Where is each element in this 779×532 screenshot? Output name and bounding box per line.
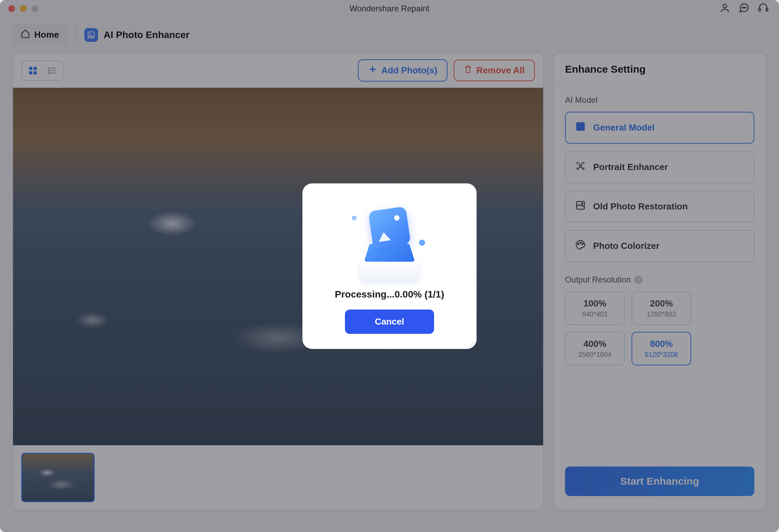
cancel-button[interactable]: Cancel <box>345 310 434 334</box>
processing-status: Processing...0.00% (1/1) <box>335 289 444 300</box>
modal-overlay: Processing...0.00% (1/1) Cancel <box>0 0 779 532</box>
processing-modal: Processing...0.00% (1/1) Cancel <box>302 183 477 349</box>
processing-illustration <box>338 198 441 288</box>
app-window: Wondershare Repairit Home AI Photo E <box>0 0 779 532</box>
